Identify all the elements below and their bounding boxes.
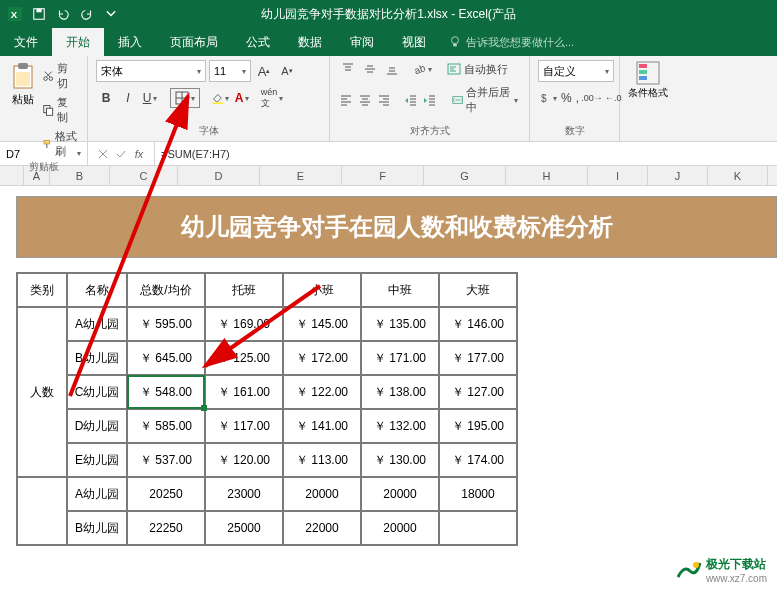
tell-me-placeholder: 告诉我您想要做什么... <box>466 35 574 50</box>
data-cell[interactable]: 22000 <box>283 511 361 545</box>
name-cell[interactable]: B幼儿园 <box>67 511 127 545</box>
tab-page-layout[interactable]: 页面布局 <box>156 28 232 56</box>
column-header-J[interactable]: J <box>648 166 708 185</box>
comma-button[interactable]: , <box>575 88 580 108</box>
svg-rect-45 <box>639 64 647 68</box>
svg-text:$: $ <box>541 93 547 104</box>
column-header-K[interactable]: K <box>708 166 768 185</box>
svg-point-50 <box>693 562 699 568</box>
data-cell[interactable]: 20000 <box>361 511 439 545</box>
svg-text:ab: ab <box>413 62 426 76</box>
conditional-formatting-button[interactable]: 条件格式 <box>628 60 668 100</box>
data-cell[interactable] <box>439 511 517 545</box>
increase-indent-button[interactable] <box>421 91 438 109</box>
tab-file[interactable]: 文件 <box>0 28 52 56</box>
increase-decimal-button[interactable]: .00→ <box>582 88 602 108</box>
tab-data[interactable]: 数据 <box>284 28 336 56</box>
spreadsheet-area[interactable]: 幼儿园竞争对手在园人数和收费标准分析 类别名称总数/均价托班小班中班大班 人数A… <box>0 186 777 546</box>
title-bar: X 幼儿园竞争对手数据对比分析1.xlsx - Excel(产品 <box>0 0 777 28</box>
indent-left-icon <box>404 93 418 107</box>
tab-formulas[interactable]: 公式 <box>232 28 284 56</box>
data-cell[interactable]: 20000 <box>361 477 439 511</box>
document-title: 幼儿园竞争对手数据对比分析1.xlsx - Excel(产品 <box>261 6 516 23</box>
number-group-label: 数字 <box>538 124 611 140</box>
svg-rect-5 <box>453 44 457 47</box>
watermark-url: www.xz7.com <box>706 573 767 584</box>
data-cell[interactable]: 18000 <box>439 477 517 511</box>
number-group: 自定义▾ $▾ % , .00→ ←.0 数字 <box>530 56 620 142</box>
undo-icon[interactable] <box>52 3 74 25</box>
excel-icon[interactable]: X <box>4 3 26 25</box>
table-row[interactable]: A幼儿园2025023000200002000018000 <box>17 477 517 511</box>
tab-home[interactable]: 开始 <box>52 28 104 56</box>
watermark: 极光下载站 www.xz7.com <box>676 556 767 584</box>
currency-icon: $ <box>539 91 551 105</box>
name-cell[interactable]: A幼儿园 <box>67 477 127 511</box>
svg-line-49 <box>205 286 320 366</box>
watermark-icon <box>676 557 702 583</box>
wrap-text-button[interactable]: 自动换行 <box>444 61 511 78</box>
data-cell[interactable]: 23000 <box>205 477 283 511</box>
decrease-indent-button[interactable] <box>402 91 419 109</box>
data-cell[interactable]: ￥ 127.00 <box>439 375 517 409</box>
lightbulb-icon <box>448 35 462 49</box>
data-cell[interactable]: ￥ 146.00 <box>439 307 517 341</box>
table-row[interactable]: B幼儿园22250250002200020000 <box>17 511 517 545</box>
orientation-icon: ab <box>412 62 426 76</box>
number-format-select[interactable]: 自定义▾ <box>538 60 614 82</box>
orientation-button[interactable]: ab▾ <box>412 60 432 78</box>
data-cell[interactable]: 25000 <box>205 511 283 545</box>
table-header[interactable]: 大班 <box>439 273 517 307</box>
redo-icon[interactable] <box>76 3 98 25</box>
ribbon-tabs: 文件 开始 插入 页面布局 公式 数据 审阅 视图 告诉我您想要做什么... <box>0 28 777 56</box>
svg-point-4 <box>452 37 459 44</box>
row-group-cell[interactable] <box>17 477 67 545</box>
tell-me-search[interactable]: 告诉我您想要做什么... <box>448 35 574 50</box>
svg-rect-47 <box>639 76 647 80</box>
currency-button[interactable]: $▾ <box>538 88 558 108</box>
merge-center-button[interactable]: 合并后居中▾ <box>449 84 521 116</box>
cond-format-icon <box>635 60 661 86</box>
svg-rect-46 <box>639 70 647 74</box>
data-cell[interactable]: ￥ 174.00 <box>439 443 517 477</box>
annotation-arrow-1 <box>0 56 400 476</box>
data-cell[interactable]: 20250 <box>127 477 205 511</box>
tab-review[interactable]: 审阅 <box>336 28 388 56</box>
wrap-icon <box>447 62 461 76</box>
annotation-arrow-2 <box>150 276 350 406</box>
merge-icon <box>452 93 464 107</box>
watermark-title: 极光下载站 <box>706 556 767 573</box>
styles-group: 条件格式 <box>620 56 676 142</box>
column-header-H[interactable]: H <box>506 166 588 185</box>
qat-dropdown-icon[interactable] <box>100 3 122 25</box>
tab-insert[interactable]: 插入 <box>104 28 156 56</box>
column-header-I[interactable]: I <box>588 166 648 185</box>
quick-access-toolbar: X <box>4 3 122 25</box>
percent-button[interactable]: % <box>560 88 573 108</box>
svg-text:X: X <box>11 9 18 20</box>
data-cell[interactable]: ￥ 195.00 <box>439 409 517 443</box>
svg-rect-3 <box>36 9 41 13</box>
column-header-G[interactable]: G <box>424 166 506 185</box>
indent-right-icon <box>423 93 437 107</box>
data-cell[interactable]: 22250 <box>127 511 205 545</box>
tab-view[interactable]: 视图 <box>388 28 440 56</box>
save-icon[interactable] <box>28 3 50 25</box>
data-cell[interactable]: ￥ 177.00 <box>439 341 517 375</box>
data-cell[interactable]: 20000 <box>283 477 361 511</box>
